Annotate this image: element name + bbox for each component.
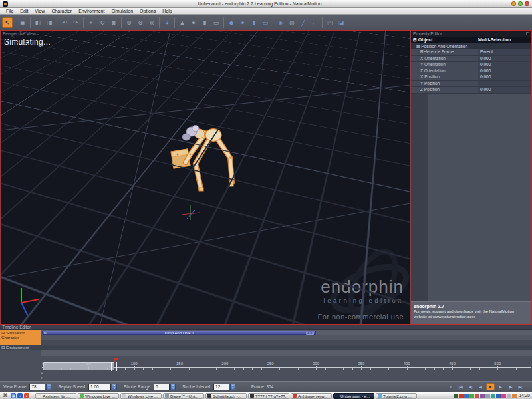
- export-character-button[interactable]: ◨: [44, 17, 55, 28]
- timeline-editor-titlebar[interactable]: Timeline Editor: [0, 325, 532, 330]
- undo-button[interactable]: ↶: [59, 17, 70, 28]
- tray-icon-10[interactable]: [501, 394, 506, 398]
- track-row-environment-sub[interactable]: [41, 350, 532, 356]
- strobe-interval-input[interactable]: 12: [213, 384, 229, 390]
- task-button-6[interactable]: ???? | ?? g?+??...: [248, 393, 289, 399]
- shape-sphere-blue-button[interactable]: ●: [237, 17, 248, 28]
- menu-options[interactable]: Options: [136, 8, 159, 15]
- tray-icon-3[interactable]: [464, 394, 469, 398]
- character-pose-button[interactable]: ж: [146, 17, 157, 28]
- play-button[interactable]: ▶: [496, 383, 505, 390]
- import-character-button[interactable]: ◧: [33, 17, 43, 28]
- save-button[interactable]: ▣: [17, 17, 28, 28]
- expander-icon[interactable]: ⊟: [1, 345, 5, 350]
- quicklaunch-2[interactable]: ↓: [17, 393, 23, 398]
- tray-icon-6[interactable]: [480, 394, 485, 398]
- scrub-region[interactable]: [43, 362, 114, 370]
- property-value[interactable]: [478, 81, 531, 87]
- pen-tool-button[interactable]: ╱: [298, 17, 309, 28]
- property-row-z-position[interactable]: Z Position0.000: [411, 87, 531, 94]
- property-row-x-position[interactable]: X Position0.000: [411, 74, 531, 81]
- expander-icon[interactable]: ⊟: [413, 37, 417, 42]
- tray-icon-4[interactable]: [469, 394, 474, 398]
- close-icon[interactable]: [526, 32, 529, 35]
- property-value[interactable]: 0.000: [478, 56, 531, 62]
- tray-icon-8[interactable]: [491, 394, 495, 398]
- play-reverse-button[interactable]: ◀: [476, 383, 485, 390]
- quicklaunch-1[interactable]: ▦: [11, 393, 16, 398]
- tray-icon-12[interactable]: [512, 394, 517, 398]
- camera-tool-button[interactable]: ◙: [108, 17, 119, 28]
- tray-icon-5[interactable]: [475, 394, 479, 398]
- translate-tool-button[interactable]: +: [86, 17, 96, 28]
- property-value[interactable]: Parent: [478, 49, 531, 55]
- shape-box-blue-button[interactable]: ◆: [226, 17, 237, 28]
- property-value[interactable]: 0.000: [478, 62, 531, 68]
- object-column-header[interactable]: ⊟ Object: [411, 37, 478, 43]
- strobe-range-input[interactable]: 0: [154, 384, 170, 390]
- property-value[interactable]: 0.000: [478, 68, 531, 74]
- shape-capsule-blue-button[interactable]: ▭: [260, 17, 271, 28]
- select-tool-button[interactable]: ↖: [2, 17, 13, 28]
- start-menu-button[interactable]: ⌘: [3, 392, 8, 399]
- view-frame-input[interactable]: 78: [29, 384, 45, 390]
- property-value[interactable]: 0.000: [478, 74, 531, 80]
- task-button-2[interactable]: Windows Live ...: [78, 393, 119, 399]
- go-to-end-button[interactable]: ▶|: [516, 383, 525, 390]
- range-marker-icon[interactable]: ▸: [41, 376, 43, 380]
- rotate-tool-button[interactable]: ↻: [97, 17, 108, 28]
- tray-icon-11[interactable]: [507, 394, 511, 398]
- property-editor-titlebar[interactable]: Property Editor: [411, 31, 531, 37]
- menu-help[interactable]: Help: [159, 8, 175, 15]
- property-row-y-position[interactable]: Y Position: [411, 81, 531, 88]
- expander-icon[interactable]: ⊟: [1, 331, 5, 335]
- shape-cylinder-button[interactable]: ▮: [200, 17, 210, 28]
- property-value[interactable]: 0.000: [478, 87, 531, 93]
- shape-capsule-button[interactable]: ▭: [211, 17, 221, 28]
- replay-speed-input[interactable]: 1.00: [88, 384, 111, 390]
- task-button-8[interactable]: Unbenannt - e...: [333, 393, 374, 399]
- property-row-z-orientation[interactable]: Z Orientation0.000: [411, 68, 531, 75]
- property-row-x-orientation[interactable]: X Orientation0.000: [411, 56, 531, 63]
- redo-button[interactable]: ↷: [70, 17, 81, 28]
- expander-icon[interactable]: ⊟: [416, 44, 420, 49]
- group-position-and-orientation[interactable]: ⊟ Position And Orientation: [411, 43, 531, 49]
- head-select-button[interactable]: ◕: [162, 17, 172, 28]
- menu-character[interactable]: Character: [48, 8, 75, 15]
- property-row-y-orientation[interactable]: Y Orientation0.000: [411, 62, 531, 68]
- menu-view[interactable]: View: [31, 8, 48, 15]
- tray-icon-2[interactable]: [459, 394, 464, 398]
- task-button-3[interactable]: Windows Live ...: [120, 393, 162, 399]
- menu-simulation[interactable]: Simulation: [108, 8, 136, 15]
- character-lock-button[interactable]: ◪: [336, 17, 346, 28]
- replay-speed-spinner[interactable]: ▲▼: [112, 384, 117, 390]
- menu-file[interactable]: File: [3, 8, 17, 15]
- step-back-button[interactable]: ◀|: [466, 383, 475, 390]
- view-frame-spinner[interactable]: ▲▼: [46, 384, 51, 390]
- stop-button[interactable]: ■: [486, 383, 495, 390]
- minimize-button[interactable]: [511, 1, 516, 6]
- shield-tool-button[interactable]: ◈: [275, 17, 286, 28]
- maximize-button[interactable]: [518, 1, 523, 6]
- tray-icon-1[interactable]: [454, 394, 458, 398]
- task-button-5[interactable]: Schnittlauch -...: [205, 393, 247, 399]
- remove-constraint-button[interactable]: ⊗: [135, 17, 146, 28]
- add-constraint-button[interactable]: ⊕: [124, 17, 134, 28]
- task-button-1[interactable]: Assistent für ...: [35, 393, 76, 399]
- lock-tool-button[interactable]: ◍: [287, 17, 297, 28]
- shape-sphere-button[interactable]: ●: [188, 17, 199, 28]
- track-label-simulation-character[interactable]: ⊟ Simulation Character: [0, 330, 41, 345]
- tray-icon-9[interactable]: [496, 394, 501, 398]
- step-forward-button[interactable]: |▶: [506, 383, 515, 390]
- task-button-7[interactable]: Anhänge verw...: [291, 393, 332, 399]
- close-button[interactable]: [525, 1, 529, 6]
- perspective-viewport[interactable]: Perspective View Simulating... endorphin…: [1, 31, 411, 324]
- track-row-character-sub[interactable]: [41, 335, 532, 340]
- loop-button[interactable]: ×: [446, 383, 455, 390]
- title-bar[interactable]: Unbenannt - endorphin 2.7 Learning Editi…: [0, 0, 532, 8]
- shape-cone-button[interactable]: ▲: [177, 17, 188, 28]
- clip-jump-and-dive[interactable]: 0 Jump And Dive 1 300: [42, 331, 316, 335]
- track-row-environment[interactable]: [41, 345, 532, 350]
- task-button-9[interactable]: Tutorial2.png ...: [376, 393, 417, 399]
- range-marker-icon[interactable]: ▸: [41, 371, 43, 375]
